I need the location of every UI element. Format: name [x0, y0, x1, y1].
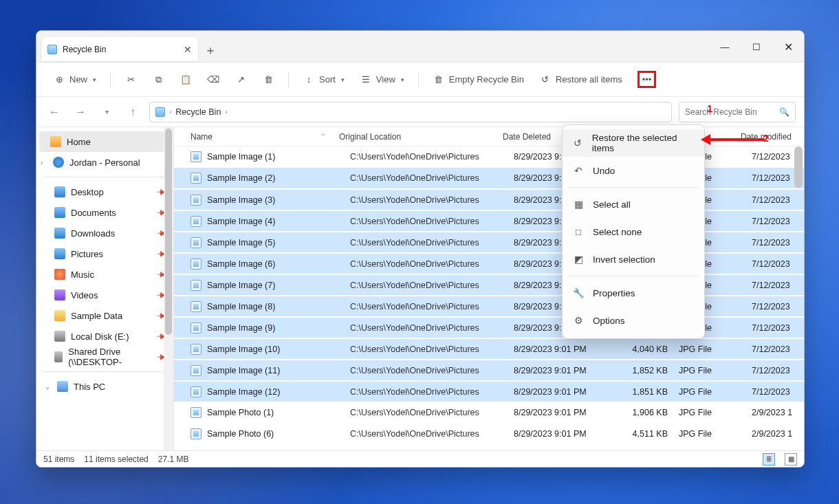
- menu-select-all[interactable]: ▦ Select all: [563, 190, 704, 218]
- address-text: Recycle Bin: [175, 107, 221, 117]
- scrollbar-thumb[interactable]: [794, 146, 803, 188]
- new-button[interactable]: ⊕ New ▾: [47, 68, 102, 91]
- col-name[interactable]: Name ˄: [190, 132, 339, 142]
- annotation-arrow: [701, 135, 764, 144]
- sidebar-item-onedrive[interactable]: › Jordan - Personal: [36, 152, 173, 173]
- history-chevron-icon[interactable]: ▾: [97, 102, 116, 122]
- cell-type: JPG File: [672, 387, 741, 397]
- sidebar-item[interactable]: Documents 📌: [36, 202, 173, 223]
- file-row[interactable]: Sample Image (6) C:\Users\Yodel\OneDrive…: [174, 253, 804, 274]
- back-button[interactable]: ←: [45, 102, 64, 122]
- delete-button[interactable]: 🗑: [257, 68, 280, 91]
- chevron-down-icon: ▾: [93, 76, 96, 83]
- menu-options[interactable]: ⚙ Options: [563, 307, 704, 334]
- cell-name: Sample Image (11): [207, 366, 350, 375]
- file-icon: [190, 301, 201, 312]
- sidebar-item[interactable]: Local Disk (E:) 📌: [36, 326, 173, 347]
- sidebar-item[interactable]: Pictures 📌: [36, 243, 173, 264]
- search-box[interactable]: 🔍: [679, 102, 796, 122]
- new-tab-button[interactable]: ＋: [199, 39, 222, 62]
- sidebar-item[interactable]: Desktop 📌: [36, 182, 173, 202]
- file-row[interactable]: Sample Image (7) C:\Users\Yodel\OneDrive…: [174, 274, 804, 296]
- file-icon: [190, 322, 201, 333]
- file-row[interactable]: Sample Photo (6) C:\Users\Yodel\OneDrive…: [174, 424, 804, 445]
- file-row[interactable]: Sample Image (10) C:\Users\Yodel\OneDriv…: [174, 338, 804, 360]
- search-icon: 🔍: [779, 107, 789, 117]
- file-row[interactable]: Sample Image (4) C:\Users\Yodel\OneDrive…: [174, 210, 804, 232]
- list-scrollbar[interactable]: [793, 127, 804, 450]
- sidebar-item-home[interactable]: Home: [39, 131, 171, 152]
- minimize-button[interactable]: —: [709, 31, 741, 63]
- menu-restore-selected[interactable]: ↺ Restore the selected items: [563, 129, 704, 157]
- cell-name: Sample Image (1): [207, 152, 350, 162]
- menu-invert-selection[interactable]: ◩ Invert selection: [563, 245, 704, 273]
- rename-button[interactable]: ⌫: [201, 68, 225, 91]
- file-row[interactable]: Sample Image (3) C:\Users\Yodel\OneDrive…: [174, 189, 804, 210]
- cell-date-deleted: 8/29/2023 9:01 PM: [514, 366, 624, 375]
- sidebar-scrollbar[interactable]: [164, 127, 173, 450]
- sidebar-item[interactable]: Videos 📌: [36, 285, 173, 305]
- sidebar-label: This PC: [74, 382, 105, 392]
- file-row[interactable]: Sample Photo (1) C:\Users\Yodel\OneDrive…: [174, 402, 804, 424]
- scrollbar-thumb[interactable]: [165, 129, 172, 335]
- file-row[interactable]: Sample Image (1) C:\Users\Yodel\OneDrive…: [174, 146, 804, 168]
- undo-icon: ↶: [572, 164, 585, 177]
- file-row[interactable]: Sample Image (9) C:\Users\Yodel\OneDrive…: [174, 317, 804, 338]
- status-total: 51 items: [43, 454, 74, 464]
- more-button[interactable]: •••: [632, 68, 662, 91]
- search-input[interactable]: [685, 107, 775, 117]
- chevron-down-icon: ⌄: [45, 383, 52, 391]
- share-button[interactable]: ↗: [229, 68, 252, 91]
- cell-name: Sample Image (3): [207, 195, 350, 205]
- cell-type: JPG File: [672, 429, 741, 439]
- forward-button[interactable]: →: [71, 102, 90, 122]
- sidebar-item[interactable]: Downloads 📌: [36, 223, 173, 243]
- details-view-button[interactable]: ≣: [763, 453, 775, 465]
- maximize-button[interactable]: ☐: [741, 31, 772, 63]
- tab-recycle-bin[interactable]: Recycle Bin ✕: [41, 37, 199, 62]
- folder-icon: [54, 331, 65, 342]
- clipboard-icon: 📋: [179, 74, 192, 86]
- cut-button[interactable]: ✂: [119, 68, 142, 91]
- cell-name: Sample Image (6): [207, 259, 350, 269]
- close-button[interactable]: ✕: [772, 31, 804, 63]
- ellipsis-icon: •••: [638, 71, 657, 88]
- sidebar-item-thispc[interactable]: ⌄ This PC: [36, 376, 173, 397]
- tab-close-icon[interactable]: ✕: [184, 44, 192, 55]
- restore-all-button[interactable]: ↺ Restore all items: [534, 68, 628, 91]
- sidebar-item[interactable]: Sample Data 📌: [36, 305, 173, 326]
- sort-button[interactable]: ↕ Sort ▾: [297, 68, 350, 91]
- file-row[interactable]: Sample Image (8) C:\Users\Yodel\OneDrive…: [174, 296, 804, 317]
- folder-icon: [54, 289, 65, 300]
- file-icon: [190, 151, 201, 162]
- empty-recycle-bin-button[interactable]: 🗑 Empty Recycle Bin: [427, 68, 530, 91]
- col-original-location[interactable]: Original Location: [339, 132, 503, 142]
- empty-label: Empty Recycle Bin: [449, 74, 524, 85]
- folder-icon: [54, 248, 65, 259]
- file-row[interactable]: Sample Image (12) C:\Users\Yodel\OneDriv…: [174, 381, 804, 402]
- menu-undo[interactable]: ↶ Undo: [563, 157, 704, 184]
- sidebar-item[interactable]: Shared Drive (\\DESKTOP- 📌: [36, 347, 173, 367]
- share-icon: ↗: [235, 74, 247, 86]
- file-row[interactable]: Sample Image (2) C:\Users\Yodel\OneDrive…: [174, 168, 804, 189]
- address-bar[interactable]: › Recycle Bin ›: [149, 102, 672, 122]
- up-button[interactable]: ↑: [123, 102, 142, 122]
- separator: [43, 177, 166, 177]
- cell-original-location: C:\Users\Yodel\OneDrive\Pictures: [350, 195, 514, 205]
- cell-original-location: C:\Users\Yodel\OneDrive\Pictures: [350, 173, 514, 183]
- file-row[interactable]: Sample Image (11) C:\Users\Yodel\OneDriv…: [174, 360, 804, 381]
- cell-size: 1,852 KB: [624, 366, 672, 375]
- menu-properties[interactable]: 🔧 Properties: [563, 279, 704, 307]
- sort-asc-icon: ˄: [322, 133, 325, 140]
- copy-button[interactable]: ⧉: [146, 68, 170, 91]
- menu-select-none[interactable]: □ Select none: [563, 218, 704, 245]
- sidebar-label: Desktop: [71, 187, 104, 197]
- cell-name: Sample Image (8): [207, 302, 350, 311]
- cell-name: Sample Photo (6): [207, 429, 350, 439]
- view-button[interactable]: ☰ View ▾: [354, 68, 410, 91]
- file-row[interactable]: Sample Image (5) C:\Users\Yodel\OneDrive…: [174, 232, 804, 253]
- thumbnails-view-button[interactable]: ▦: [785, 453, 797, 465]
- wrench-icon: 🔧: [572, 287, 585, 299]
- sidebar-item[interactable]: Music 📌: [36, 264, 173, 285]
- paste-button[interactable]: 📋: [174, 68, 197, 91]
